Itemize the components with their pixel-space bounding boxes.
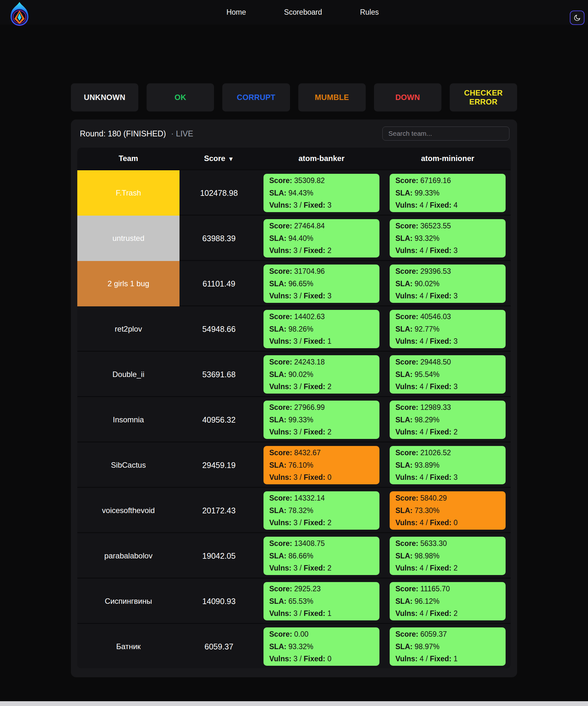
service-sla: SLA: 90.02% xyxy=(269,370,376,379)
search-input[interactable] xyxy=(382,126,509,141)
service-vulns: Vulns: 3 / Fixed: 2 xyxy=(269,428,376,436)
service-vulns: Vulns: 3 / Fixed: 2 xyxy=(269,564,376,573)
service-status-card: Score: 29448.50SLA: 95.54%Vulns: 4 / Fix… xyxy=(390,355,506,394)
service-cell-atom-minioner: Score: 5840.29SLA: 73.30%Vulns: 4 / Fixe… xyxy=(385,488,511,533)
team-name-cell[interactable]: Батник xyxy=(77,624,180,668)
service-vulns: Vulns: 4 / Fixed: 3 xyxy=(395,246,502,255)
service-score: Score: 36523.55 xyxy=(395,222,502,230)
service-sla: SLA: 65.53% xyxy=(269,597,376,606)
table-row: Сиспингвины14090.93Score: 2925.23SLA: 65… xyxy=(77,578,511,623)
sort-desc-icon: ▼ xyxy=(228,156,234,162)
moon-icon xyxy=(573,14,581,22)
service-score: Score: 13408.75 xyxy=(269,539,376,548)
team-name-cell[interactable]: untrusted xyxy=(77,215,180,261)
service-sla: SLA: 78.32% xyxy=(269,506,376,515)
team-name-cell[interactable]: Insomnia xyxy=(77,397,180,442)
team-name-cell[interactable]: Сиспингвины xyxy=(77,579,180,624)
service-cell-atom-minioner: Score: 11165.70SLA: 96.12%Vulns: 4 / Fix… xyxy=(385,579,511,624)
service-vulns: Vulns: 3 / Fixed: 2 xyxy=(269,518,376,527)
team-name: untrusted xyxy=(112,234,144,243)
service-status-card: Score: 11165.70SLA: 96.12%Vulns: 4 / Fix… xyxy=(390,582,506,620)
scoreboard-header: Round: 180 (FINISHED) · LIVE xyxy=(77,126,511,148)
service-vulns: Vulns: 3 / Fixed: 1 xyxy=(269,609,376,618)
service-vulns: Vulns: 4 / Fixed: 2 xyxy=(395,428,502,436)
column-header-team: Team xyxy=(77,154,180,163)
table-body: F.Trash102478.98Score: 35309.82SLA: 94.4… xyxy=(77,169,511,668)
service-status-card: Score: 14402.63SLA: 98.26%Vulns: 3 / Fix… xyxy=(264,310,380,348)
service-cell-atom-banker: Score: 14332.14SLA: 78.32%Vulns: 3 / Fix… xyxy=(259,488,385,533)
nav-link-rules[interactable]: Rules xyxy=(360,8,379,16)
service-score: Score: 35309.82 xyxy=(269,176,376,185)
service-score: Score: 67169.16 xyxy=(395,176,502,185)
service-score: Score: 2925.23 xyxy=(269,585,376,593)
service-score: Score: 0.00 xyxy=(269,630,376,639)
legend-checker-error[interactable]: CHECKER ERROR xyxy=(450,83,517,112)
service-status-card: Score: 13408.75SLA: 86.66%Vulns: 3 / Fix… xyxy=(264,537,380,575)
team-name: ret2plov xyxy=(115,324,142,334)
team-name-cell[interactable]: 2 girls 1 bug xyxy=(77,261,180,306)
team-name-cell[interactable]: SibCactus xyxy=(77,442,180,488)
team-name-cell[interactable]: parabalabolov xyxy=(77,533,180,579)
service-score: Score: 14402.63 xyxy=(269,312,376,321)
service-sla: SLA: 93.89% xyxy=(395,461,502,470)
legend-ok[interactable]: OK xyxy=(147,83,214,112)
service-score: Score: 29396.53 xyxy=(395,267,502,276)
nav-link-scoreboard[interactable]: Scoreboard xyxy=(284,8,322,16)
team-name: Double_ii xyxy=(112,370,144,379)
team-name: Батник xyxy=(116,642,141,651)
service-cell-atom-banker: Score: 8432.67SLA: 76.10%Vulns: 3 / Fixe… xyxy=(259,442,385,488)
service-score: Score: 5633.30 xyxy=(395,539,502,548)
total-score-cell: 102478.98 xyxy=(180,170,259,215)
legend-corrupt[interactable]: CORRUPT xyxy=(222,83,290,112)
table-row: untrusted63988.39Score: 27464.84SLA: 94.… xyxy=(77,215,511,260)
scoreboard-panel: Round: 180 (FINISHED) · LIVE Team Score▼… xyxy=(71,119,517,677)
service-status-card: Score: 27966.99SLA: 99.33%Vulns: 3 / Fix… xyxy=(264,401,380,439)
total-score-cell: 61101.49 xyxy=(180,261,259,306)
service-sla: SLA: 93.32% xyxy=(395,234,502,243)
service-sla: SLA: 96.12% xyxy=(395,597,502,606)
legend-unknown[interactable]: UNKNOWN xyxy=(71,83,138,112)
service-status-card: Score: 12989.33SLA: 98.29%Vulns: 4 / Fix… xyxy=(390,401,506,439)
legend-down[interactable]: DOWN xyxy=(374,83,441,112)
service-vulns: Vulns: 4 / Fixed: 3 xyxy=(395,473,502,482)
team-name: 2 girls 1 bug xyxy=(108,279,150,288)
service-status-card: Score: 24243.18SLA: 90.02%Vulns: 3 / Fix… xyxy=(264,355,380,394)
round-label: Round: 180 (FINISHED) xyxy=(80,129,166,138)
total-score-cell: 63988.39 xyxy=(180,215,259,261)
service-score: Score: 21026.52 xyxy=(395,448,502,457)
team-name-cell[interactable]: ret2plov xyxy=(77,306,180,352)
service-score: Score: 29448.50 xyxy=(395,358,502,366)
service-vulns: Vulns: 3 / Fixed: 0 xyxy=(269,655,376,663)
service-status-card: Score: 40546.03SLA: 92.77%Vulns: 4 / Fix… xyxy=(390,310,506,348)
service-cell-atom-banker: Score: 35309.82SLA: 94.43%Vulns: 3 / Fix… xyxy=(259,170,385,215)
service-sla: SLA: 94.43% xyxy=(269,189,376,197)
service-score: Score: 8432.67 xyxy=(269,448,376,457)
theme-toggle-button[interactable] xyxy=(570,10,585,25)
table-row: F.Trash102478.98Score: 35309.82SLA: 94.4… xyxy=(77,169,511,215)
legend-mumble[interactable]: MUMBLE xyxy=(298,83,366,112)
column-header-score[interactable]: Score▼ xyxy=(180,154,259,163)
service-score: Score: 14332.14 xyxy=(269,494,376,503)
total-score-cell: 40956.32 xyxy=(180,397,259,442)
round-info: Round: 180 (FINISHED) · LIVE xyxy=(80,129,193,138)
team-name-cell[interactable]: voicesofthevoid xyxy=(77,488,180,533)
service-sla: SLA: 90.02% xyxy=(395,279,502,288)
service-vulns: Vulns: 4 / Fixed: 3 xyxy=(395,382,502,391)
service-sla: SLA: 99.33% xyxy=(395,189,502,197)
service-sla: SLA: 98.29% xyxy=(395,416,502,424)
service-cell-atom-banker: Score: 27966.99SLA: 99.33%Vulns: 3 / Fix… xyxy=(259,397,385,442)
service-cell-atom-banker: Score: 24243.18SLA: 90.02%Vulns: 3 / Fix… xyxy=(259,352,385,397)
service-sla: SLA: 98.97% xyxy=(395,642,502,651)
team-name-cell[interactable]: F.Trash xyxy=(77,170,180,215)
service-vulns: Vulns: 4 / Fixed: 3 xyxy=(395,337,502,346)
service-sla: SLA: 94.40% xyxy=(269,234,376,243)
total-score-cell: 6059.37 xyxy=(180,624,259,668)
table-row: parabalabolov19042.05Score: 13408.75SLA:… xyxy=(77,532,511,578)
service-status-card: Score: 2925.23SLA: 65.53%Vulns: 3 / Fixe… xyxy=(264,582,380,620)
column-header-atom-minioner: atom-minioner xyxy=(385,154,511,163)
service-score: Score: 40546.03 xyxy=(395,312,502,321)
team-name-cell[interactable]: Double_ii xyxy=(77,352,180,397)
nav-link-home[interactable]: Home xyxy=(227,8,246,16)
team-name: Сиспингвины xyxy=(105,597,152,606)
service-sla: SLA: 95.54% xyxy=(395,370,502,379)
